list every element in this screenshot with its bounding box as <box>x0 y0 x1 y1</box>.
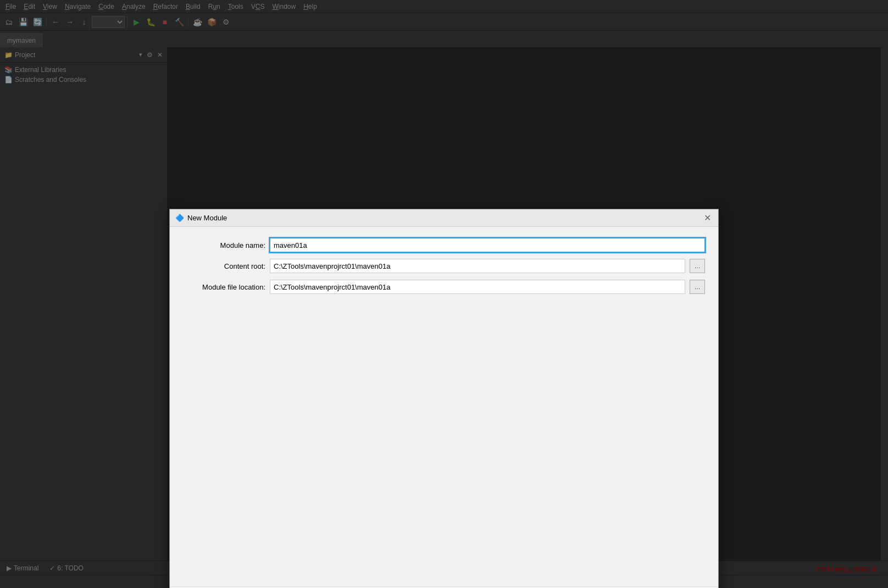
content-root-row: Content root: … <box>183 259 705 273</box>
module-file-location-row: Module file location: … <box>183 280 705 294</box>
module-name-row: Module name: <box>183 238 705 252</box>
dialog-close-button[interactable]: ✕ <box>702 213 713 224</box>
content-root-browse-button[interactable]: … <box>690 259 705 273</box>
module-name-label: Module name: <box>183 241 265 249</box>
content-root-label: Content root: <box>183 262 265 270</box>
dialog-spacer <box>183 301 705 575</box>
new-module-dialog: 🔷 New Module ✕ Module name: Content root… <box>169 209 719 588</box>
dialog-body: Module name: Content root: … Module file… <box>170 227 718 586</box>
content-root-input[interactable] <box>270 259 685 273</box>
module-name-input[interactable] <box>270 238 705 252</box>
dialog-title-icon: 🔷 <box>175 214 184 222</box>
dialog-title: 🔷 New Module <box>175 214 227 222</box>
dialog-title-text: New Module <box>187 214 227 222</box>
dialog-titlebar: 🔷 New Module ✕ <box>170 209 718 227</box>
module-file-browse-button[interactable]: … <box>690 280 705 294</box>
module-file-location-input[interactable] <box>270 280 685 294</box>
module-file-label: Module file location: <box>183 283 265 291</box>
